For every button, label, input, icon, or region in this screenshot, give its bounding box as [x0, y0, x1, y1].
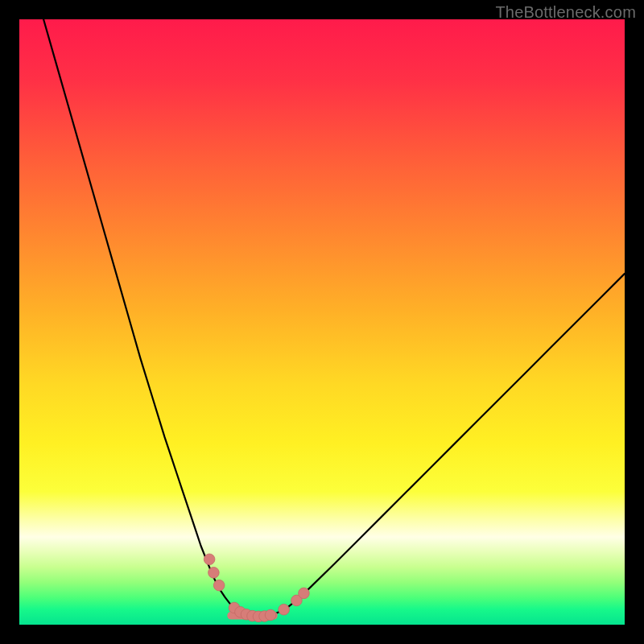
data-marker — [265, 609, 276, 621]
data-marker — [299, 588, 310, 599]
bottleneck-chart — [19, 19, 625, 625]
data-marker — [279, 604, 290, 615]
plot-area — [19, 19, 625, 625]
data-marker — [213, 580, 225, 591]
data-marker — [204, 554, 215, 565]
chart-frame: TheBottleneck.com — [0, 0, 644, 644]
data-marker — [208, 568, 220, 579]
gradient-background — [19, 19, 625, 625]
watermark-label: TheBottleneck.com — [495, 3, 636, 22]
